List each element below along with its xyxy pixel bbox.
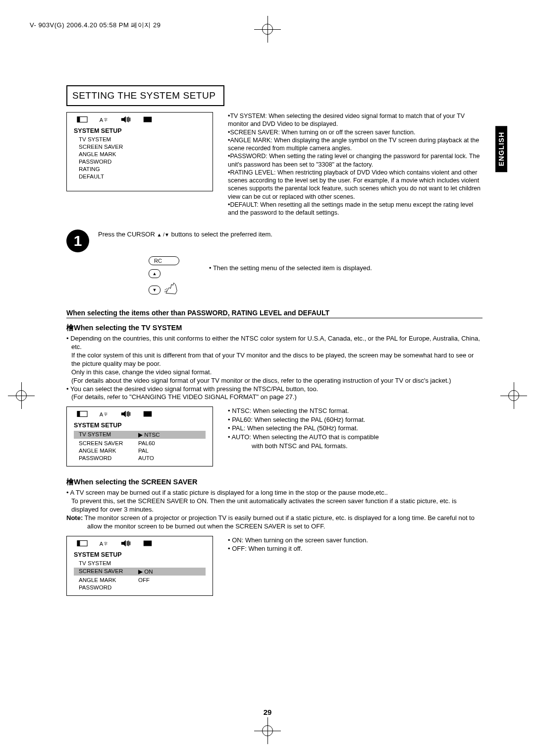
menu2-row: TV SYSTEM▶ NTSC <box>74 431 206 439</box>
menu-cell: OFF <box>138 577 150 583</box>
svg-marker-15 <box>121 411 126 417</box>
svg-rect-7 <box>129 117 130 121</box>
subsection-heading: When selecting the items other than PASS… <box>66 309 482 318</box>
tv-system-options: • NTSC: When selecting the NTSC format. … <box>228 407 379 450</box>
menu2-row: ANGLE MARKPAL <box>79 448 201 454</box>
menu-cell: PAL60 <box>138 440 155 446</box>
svg-rect-27 <box>129 541 130 545</box>
menu-cell: AUTO <box>138 455 154 461</box>
crop-mark-left <box>15 389 28 402</box>
body-line: If the color system of this unit is diff… <box>66 351 482 368</box>
menu-cell: TV SYSTEM <box>79 560 138 566</box>
screen-saver-options: • ON: When turning on the screen saver f… <box>228 536 368 553</box>
body-line: Only in this case, change the video sign… <box>66 368 482 377</box>
setup-descriptions: •TV SYSTEM: When selecting the desired v… <box>228 112 482 217</box>
option-line: • ON: When turning on the screen saver f… <box>228 536 368 545</box>
desc-tv-system: •TV SYSTEM: When selecting the desired v… <box>228 112 482 128</box>
svg-text:A: A <box>100 117 104 123</box>
menu3-row: ANGLE MARKOFF <box>79 577 201 583</box>
svg-rect-17 <box>128 411 129 417</box>
svg-rect-28 <box>144 540 152 546</box>
video-icon <box>142 539 153 547</box>
language-tab: ENGLISH <box>495 126 507 172</box>
svg-text:字: 字 <box>104 541 107 546</box>
desc-default: •DEFAULT: When resetting all the setting… <box>228 201 482 217</box>
menu3-header: SYSTEM SETUP <box>67 549 213 559</box>
menu-cell: ▶ NTSC <box>138 431 160 438</box>
language-icon: A字 <box>99 539 109 547</box>
screen-saver-body: • A TV screen may be burned out if a sta… <box>66 489 482 530</box>
setup-menu-diagram-2: A字 SYSTEM SETUP TV SYSTEM▶ NTSC SCREEN S… <box>66 407 213 466</box>
desc-angle-mark: •ANGLE MARK: When displaying the angle s… <box>228 136 482 153</box>
option-line: • AUTO: When selecting the AUTO that is … <box>228 433 379 442</box>
menu-cell: ANGLE MARK <box>79 577 138 583</box>
remote-control-diagram: RC ▲ ▼ <box>149 256 179 295</box>
svg-line-9 <box>164 289 167 290</box>
body-line: • You can select the desired video signa… <box>66 385 482 394</box>
language-icon: A字 <box>99 116 109 123</box>
svg-text:字: 字 <box>104 117 107 122</box>
body-line: (For details, refer to "CHANGING THE VID… <box>66 393 482 402</box>
svg-rect-1 <box>77 117 80 122</box>
svg-rect-19 <box>144 411 152 417</box>
section-title: SETTING THE SYSTEM SETUP <box>66 85 224 106</box>
note-line: Note: The monitor screen of a projector … <box>66 514 482 531</box>
cursor-arrows-icon: ▲ /▼ <box>157 232 169 237</box>
down-button-icon: ▼ <box>149 286 160 294</box>
option-line: with both NTSC and PAL formats. <box>228 442 379 451</box>
svg-rect-12 <box>77 411 80 417</box>
menu-cell: TV SYSTEM <box>79 431 138 438</box>
svg-text:A: A <box>100 411 104 417</box>
up-button-icon: ▲ <box>149 269 160 278</box>
menu-cell: PASSWORD <box>79 455 138 461</box>
general-icon <box>77 410 88 418</box>
crop-mark-top <box>261 23 274 36</box>
option-line: • PAL: When selecting the PAL (50Hz) for… <box>228 424 379 433</box>
option-line: • NTSC: When selecting the NTSC format. <box>228 407 379 415</box>
desc-rating-level: •RATING LEVEL: When restricting playback… <box>228 169 482 201</box>
menu3-row: PASSWORD <box>79 584 201 590</box>
svg-rect-26 <box>128 540 129 546</box>
menu1-item: DEFAULT <box>79 174 201 179</box>
crop-mark-bottom <box>261 724 274 737</box>
rc-label: RC <box>149 256 179 265</box>
step-text-part: buttons to select the preferred item. <box>169 231 272 238</box>
menu3-row: TV SYSTEM <box>79 560 201 566</box>
menu-cell: SCREEN SAVER <box>79 440 138 446</box>
menu-cell: ▶ ON <box>138 568 153 575</box>
svg-text:A: A <box>100 540 104 546</box>
setup-menu-diagram-3: A字 SYSTEM SETUP TV SYSTEM SCREEN SAVER▶ … <box>66 536 213 596</box>
menu1-item: PASSWORD <box>79 159 201 165</box>
menu1-item: SCREEN SAVER <box>79 144 201 150</box>
screen-saver-subhead: 檜When selecting the SCREEN SAVER <box>66 477 482 487</box>
svg-marker-4 <box>121 116 126 123</box>
video-icon <box>142 116 153 123</box>
menu1-item: TV SYSTEM <box>79 136 201 142</box>
general-icon <box>77 539 88 547</box>
setup-menu-diagram-1: A字 SYSTEM SETUP TV SYSTEM SCREEN SAVER A… <box>66 112 213 191</box>
step-1-text: Press the CURSOR ▲ /▼ buttons to select … <box>98 230 272 238</box>
svg-rect-8 <box>144 117 152 122</box>
svg-rect-25 <box>127 541 128 545</box>
menu-cell: PAL <box>138 448 149 454</box>
pointing-hand-icon <box>163 281 179 295</box>
step-number-circle: 1 <box>66 230 89 252</box>
svg-rect-6 <box>128 117 129 122</box>
body-line: • A TV screen may be burned out if a sta… <box>66 489 482 497</box>
menu-cell: PASSWORD <box>79 584 138 590</box>
general-icon <box>77 116 88 123</box>
svg-rect-21 <box>77 540 80 546</box>
page-number: 29 <box>264 708 272 716</box>
audio-icon <box>120 539 131 547</box>
language-icon: A字 <box>99 410 109 418</box>
tv-system-subhead: 檜When selecting the TV SYSTEM <box>66 323 482 333</box>
menu2-row: PASSWORDAUTO <box>79 455 201 461</box>
video-icon <box>142 410 153 418</box>
audio-icon <box>120 410 131 418</box>
body-line: (For details about the video signal form… <box>66 377 482 385</box>
step-result-text: • Then the setting menu of the selected … <box>209 256 372 272</box>
tv-system-body: • Depending on the countries, this unit … <box>66 335 482 402</box>
svg-marker-24 <box>121 540 126 546</box>
menu2-row: SCREEN SAVERPAL60 <box>79 440 201 446</box>
menu-cell: SCREEN SAVER <box>79 568 138 575</box>
